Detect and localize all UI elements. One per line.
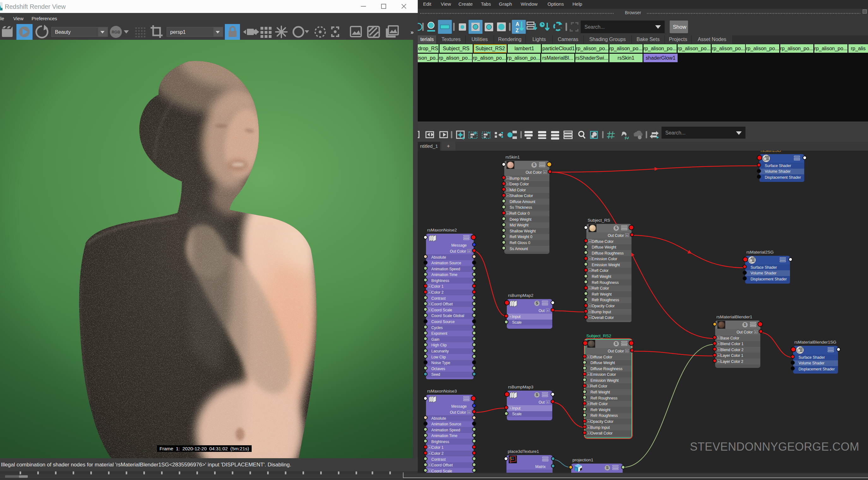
svg-text:STEVENDONNYGEORGE.COM: STEVENDONNYGEORGE.COM (690, 440, 860, 453)
svg-text:RGB: RGB (112, 30, 120, 34)
svg-text:A: A (516, 22, 519, 27)
svg-text:Search...: Search... (585, 24, 604, 30)
svg-text:»: » (410, 29, 414, 35)
svg-text:T: T (575, 468, 577, 472)
svg-text:Beauty: Beauty (55, 29, 71, 35)
svg-text:persp1: persp1 (170, 29, 186, 35)
svg-text:Z: Z (516, 28, 519, 33)
svg-text:Show: Show (673, 24, 686, 30)
svg-text:Search...: Search... (665, 130, 685, 136)
